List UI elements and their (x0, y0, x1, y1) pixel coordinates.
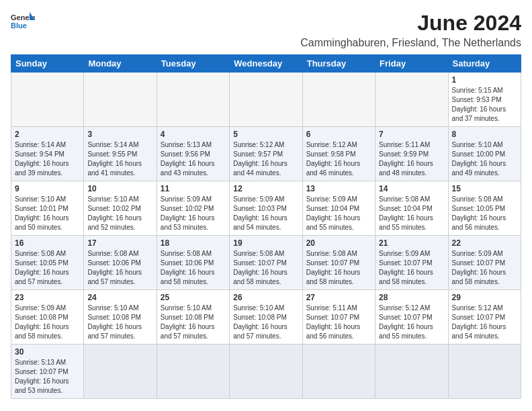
day-number: 24 (87, 293, 152, 302)
calendar-day-cell: 17Sunrise: 5:08 AM Sunset: 10:06 PM Dayl… (84, 236, 157, 290)
day-info: Sunrise: 5:09 AM Sunset: 10:07 PM Daylig… (452, 249, 517, 287)
calendar-day-cell: 24Sunrise: 5:10 AM Sunset: 10:08 PM Dayl… (84, 290, 157, 345)
day-number: 14 (379, 184, 444, 193)
calendar-day-cell (302, 345, 375, 399)
calendar-day-cell: 9Sunrise: 5:10 AM Sunset: 10:01 PM Dayli… (11, 181, 84, 236)
day-number: 19 (233, 238, 298, 248)
calendar-day-cell: 30Sunrise: 5:13 AM Sunset: 10:07 PM Dayl… (11, 345, 84, 399)
day-number: 8 (452, 130, 517, 139)
day-number: 26 (233, 293, 298, 302)
calendar-day-cell (157, 345, 229, 399)
day-info: Sunrise: 5:14 AM Sunset: 9:55 PM Dayligh… (87, 140, 152, 178)
day-number: 25 (161, 293, 226, 302)
day-info: Sunrise: 5:09 AM Sunset: 10:02 PM Daylig… (161, 195, 226, 232)
calendar-week-row: 2Sunrise: 5:14 AM Sunset: 9:54 PM Daylig… (11, 127, 521, 181)
calendar-week-row: 23Sunrise: 5:09 AM Sunset: 10:08 PM Dayl… (11, 290, 521, 345)
calendar-day-cell: 12Sunrise: 5:09 AM Sunset: 10:03 PM Dayl… (230, 181, 302, 236)
day-info: Sunrise: 5:09 AM Sunset: 10:08 PM Daylig… (15, 304, 80, 341)
calendar-day-cell: 8Sunrise: 5:10 AM Sunset: 10:00 PM Dayli… (448, 127, 521, 181)
month-title: June 2024 (300, 11, 521, 36)
day-info: Sunrise: 5:12 AM Sunset: 9:57 PM Dayligh… (233, 140, 298, 178)
day-number: 22 (452, 238, 517, 248)
calendar-day-cell: 28Sunrise: 5:12 AM Sunset: 10:07 PM Dayl… (375, 290, 448, 345)
calendar-day-cell (375, 345, 448, 399)
calendar-day-cell: 3Sunrise: 5:14 AM Sunset: 9:55 PM Daylig… (84, 127, 157, 181)
calendar-day-cell: 15Sunrise: 5:08 AM Sunset: 10:05 PM Dayl… (448, 181, 521, 236)
day-number: 18 (161, 238, 226, 248)
calendar-day-cell: 7Sunrise: 5:11 AM Sunset: 9:59 PM Daylig… (375, 127, 448, 181)
calendar-header-row: SundayMondayTuesdayWednesdayThursdayFrid… (11, 55, 521, 73)
day-info: Sunrise: 5:09 AM Sunset: 10:07 PM Daylig… (379, 249, 444, 287)
calendar-day-cell: 19Sunrise: 5:08 AM Sunset: 10:07 PM Dayl… (230, 236, 302, 290)
calendar-day-cell: 6Sunrise: 5:12 AM Sunset: 9:58 PM Daylig… (302, 127, 375, 181)
logo: General Blue (11, 11, 35, 31)
calendar-week-row: 16Sunrise: 5:08 AM Sunset: 10:05 PM Dayl… (11, 236, 521, 290)
calendar-day-cell: 16Sunrise: 5:08 AM Sunset: 10:05 PM Dayl… (11, 236, 84, 290)
calendar-day-cell (230, 73, 302, 127)
day-number: 29 (452, 293, 517, 302)
calendar-day-cell: 29Sunrise: 5:12 AM Sunset: 10:07 PM Dayl… (448, 290, 521, 345)
day-info: Sunrise: 5:10 AM Sunset: 10:08 PM Daylig… (233, 304, 298, 341)
day-number: 23 (15, 293, 80, 302)
header-saturday: Saturday (448, 55, 521, 73)
calendar-day-cell: 13Sunrise: 5:09 AM Sunset: 10:04 PM Dayl… (302, 181, 375, 236)
day-info: Sunrise: 5:08 AM Sunset: 10:07 PM Daylig… (233, 249, 298, 287)
calendar-day-cell (11, 73, 84, 127)
day-number: 1 (452, 75, 517, 85)
day-number: 20 (306, 238, 371, 248)
calendar-day-cell (448, 345, 521, 399)
day-info: Sunrise: 5:09 AM Sunset: 10:03 PM Daylig… (233, 195, 298, 232)
calendar-day-cell: 2Sunrise: 5:14 AM Sunset: 9:54 PM Daylig… (11, 127, 84, 181)
calendar-day-cell: 11Sunrise: 5:09 AM Sunset: 10:02 PM Dayl… (157, 181, 229, 236)
day-number: 27 (306, 293, 371, 302)
day-info: Sunrise: 5:08 AM Sunset: 10:05 PM Daylig… (15, 249, 80, 287)
day-info: Sunrise: 5:12 AM Sunset: 10:07 PM Daylig… (452, 304, 517, 341)
calendar-day-cell (230, 345, 302, 399)
header-monday: Monday (84, 55, 157, 73)
day-info: Sunrise: 5:13 AM Sunset: 9:56 PM Dayligh… (161, 140, 226, 178)
calendar-day-cell: 1Sunrise: 5:15 AM Sunset: 9:53 PM Daylig… (448, 73, 521, 127)
day-number: 7 (379, 130, 444, 139)
header-sunday: Sunday (11, 55, 84, 73)
day-number: 5 (233, 130, 298, 139)
calendar-day-cell: 20Sunrise: 5:08 AM Sunset: 10:07 PM Dayl… (302, 236, 375, 290)
calendar-day-cell: 23Sunrise: 5:09 AM Sunset: 10:08 PM Dayl… (11, 290, 84, 345)
location-title: Camminghaburen, Friesland, The Netherlan… (300, 37, 521, 49)
day-number: 6 (306, 130, 371, 139)
day-number: 3 (87, 130, 152, 139)
calendar-day-cell (375, 73, 448, 127)
day-info: Sunrise: 5:12 AM Sunset: 9:58 PM Dayligh… (306, 140, 371, 178)
day-info: Sunrise: 5:11 AM Sunset: 10:07 PM Daylig… (306, 304, 371, 341)
calendar-day-cell (302, 73, 375, 127)
header-thursday: Thursday (302, 55, 375, 73)
calendar-week-row: 30Sunrise: 5:13 AM Sunset: 10:07 PM Dayl… (11, 345, 521, 399)
day-info: Sunrise: 5:08 AM Sunset: 10:06 PM Daylig… (87, 249, 152, 287)
day-info: Sunrise: 5:10 AM Sunset: 10:01 PM Daylig… (15, 195, 80, 232)
calendar-day-cell: 4Sunrise: 5:13 AM Sunset: 9:56 PM Daylig… (157, 127, 229, 181)
svg-text:Blue: Blue (11, 21, 27, 30)
day-number: 15 (452, 184, 517, 193)
calendar-day-cell: 25Sunrise: 5:10 AM Sunset: 10:08 PM Dayl… (157, 290, 229, 345)
day-info: Sunrise: 5:13 AM Sunset: 10:07 PM Daylig… (15, 358, 80, 396)
day-number: 4 (161, 130, 226, 139)
day-number: 12 (233, 184, 298, 193)
day-number: 17 (87, 238, 152, 248)
day-info: Sunrise: 5:14 AM Sunset: 9:54 PM Dayligh… (15, 140, 80, 178)
logo-icon: General Blue (11, 11, 35, 31)
calendar-day-cell: 10Sunrise: 5:10 AM Sunset: 10:02 PM Dayl… (84, 181, 157, 236)
day-number: 11 (161, 184, 226, 193)
calendar-day-cell: 14Sunrise: 5:08 AM Sunset: 10:04 PM Dayl… (375, 181, 448, 236)
header-friday: Friday (375, 55, 448, 73)
day-info: Sunrise: 5:15 AM Sunset: 9:53 PM Dayligh… (452, 86, 517, 124)
day-info: Sunrise: 5:08 AM Sunset: 10:06 PM Daylig… (161, 249, 226, 287)
calendar-day-cell: 22Sunrise: 5:09 AM Sunset: 10:07 PM Dayl… (448, 236, 521, 290)
day-info: Sunrise: 5:10 AM Sunset: 10:08 PM Daylig… (161, 304, 226, 341)
day-number: 9 (15, 184, 80, 193)
day-number: 13 (306, 184, 371, 193)
calendar-day-cell (84, 345, 157, 399)
header-tuesday: Tuesday (157, 55, 229, 73)
day-number: 16 (15, 238, 80, 248)
header-wednesday: Wednesday (230, 55, 302, 73)
calendar-week-row: 9Sunrise: 5:10 AM Sunset: 10:01 PM Dayli… (11, 181, 521, 236)
day-info: Sunrise: 5:12 AM Sunset: 10:07 PM Daylig… (379, 304, 444, 341)
